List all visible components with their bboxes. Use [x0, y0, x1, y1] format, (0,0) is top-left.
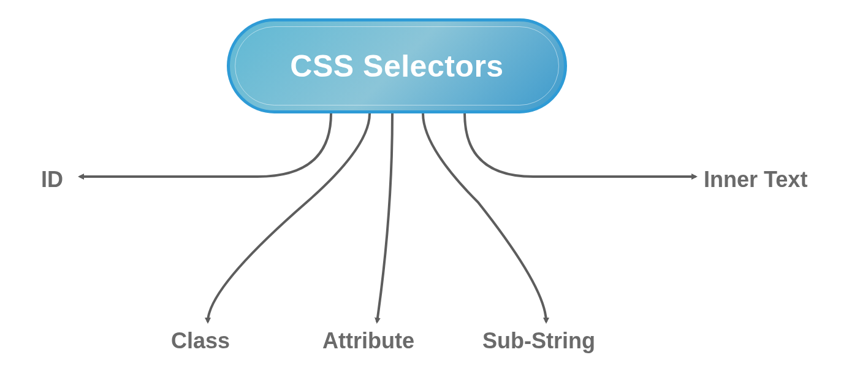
branch-innertext: Inner Text [704, 167, 807, 193]
arrow-class [208, 113, 370, 322]
root-title: CSS Selectors [290, 48, 503, 84]
arrow-innertext [465, 113, 696, 177]
branch-id: ID [41, 167, 63, 193]
root-node: CSS Selectors [227, 18, 567, 113]
branch-class: Class [171, 328, 230, 354]
arrow-id [80, 113, 331, 177]
branch-attribute: Attribute [322, 328, 414, 354]
arrow-substring [423, 113, 546, 322]
branch-substring: Sub-String [482, 328, 595, 354]
arrow-attribute [377, 113, 392, 322]
css-selectors-diagram: CSS Selectors ID Class Attribute Sub-Str… [0, 0, 868, 390]
